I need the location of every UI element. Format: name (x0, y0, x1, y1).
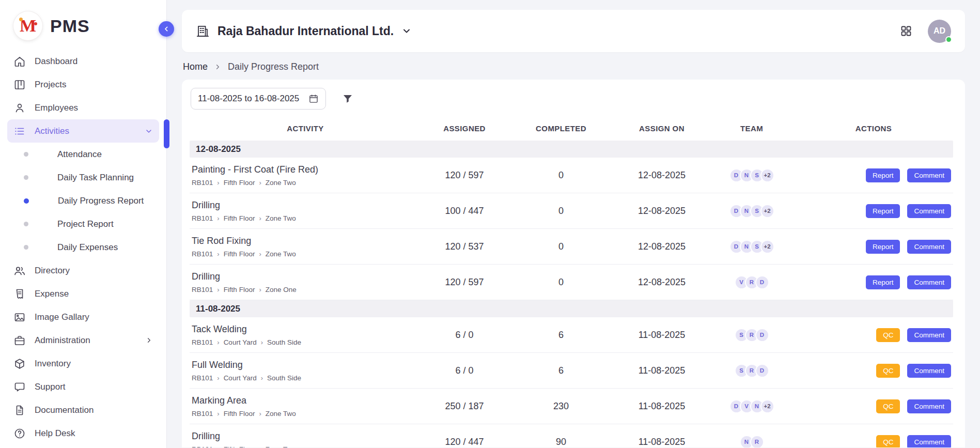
sidebar-item-projects[interactable]: Projects (7, 73, 159, 96)
person-icon (13, 102, 26, 114)
activity-path: RB101Fifth FloorZone One (192, 286, 419, 293)
help-icon (13, 427, 26, 440)
calendar-icon (308, 94, 319, 104)
filter-row: 11-08-2025 to 16-08-2025 (190, 86, 957, 116)
activity-title[interactable]: Marking Area (192, 395, 419, 406)
sidebar-item-label: Activities (35, 126, 69, 136)
chevron-right-icon (145, 336, 153, 344)
comment-button[interactable]: Comment (907, 240, 951, 254)
assign-on-value: 12-08-2025 (614, 241, 709, 252)
team-avatar[interactable]: D (755, 275, 769, 289)
team-avatar[interactable]: R (750, 435, 764, 448)
sidebar-subitem-daily-task-planning[interactable]: Daily Task Planning (7, 166, 159, 189)
sidebar-item-administration[interactable]: Administration (7, 329, 159, 352)
comment-button[interactable]: Comment (907, 204, 951, 218)
sidebar-item-label: Documentation (35, 405, 94, 415)
column-header-team: TEAM (709, 124, 794, 133)
sidebar-item-label: Projects (35, 80, 66, 90)
comment-button[interactable]: Comment (907, 168, 951, 182)
sidebar-subitem-attendance[interactable]: Attendance (7, 143, 159, 166)
sidebar-item-label: Expense (35, 289, 69, 299)
report-button[interactable]: Report (866, 240, 900, 254)
qc-button[interactable]: QC (876, 399, 900, 413)
user-avatar[interactable]: AD (928, 20, 951, 43)
sidebar-subitem-project-report[interactable]: Project Report (7, 212, 159, 236)
sidebar-item-label: Administration (35, 335, 90, 346)
breadcrumb: Home Daily Progress Report (183, 61, 964, 72)
list-icon (13, 125, 26, 137)
sidebar-item-inventory[interactable]: Inventory (7, 352, 159, 375)
team-avatars: NR (709, 435, 794, 448)
briefcase-icon (13, 334, 26, 347)
sidebar-item-documentation[interactable]: Documentation (7, 398, 159, 422)
activity-title[interactable]: Painting - First Coat (Fire Red) (192, 164, 419, 175)
qc-button[interactable]: QC (876, 328, 900, 342)
sidebar-item-dashboard[interactable]: Dashboard (7, 50, 159, 73)
completed-value: 90 (508, 437, 614, 447)
assign-on-value: 12-08-2025 (614, 206, 709, 217)
filter-icon[interactable] (341, 92, 354, 105)
team-avatars: SRD (709, 328, 794, 342)
comment-button[interactable]: Comment (907, 399, 951, 413)
bullet-icon (24, 175, 28, 180)
table-row: Painting - First Coat (Fire Red) RB101Fi… (190, 158, 953, 193)
activity-title[interactable]: Drilling (192, 271, 419, 282)
team-avatar-more[interactable]: +2 (760, 204, 774, 218)
team-avatar-more[interactable]: +2 (760, 399, 774, 413)
chevron-down-icon (145, 127, 153, 135)
sidebar-item-directory[interactable]: Directory (7, 259, 159, 282)
column-header-assigned: ASSIGNED (421, 124, 508, 133)
table-row: Full Welding RB101Court YardSouth Side 6… (190, 353, 953, 389)
comment-button[interactable]: Comment (907, 364, 951, 378)
team-avatar[interactable]: D (755, 364, 769, 378)
sidebar-subitem-label: Attendance (57, 149, 102, 160)
table-header-row: ACTIVITY ASSIGNED COMPLETED ASSIGN ON TE… (190, 116, 953, 141)
assign-on-value: 11-08-2025 (614, 330, 709, 341)
completed-value: 230 (508, 401, 614, 412)
app-title: PMS (50, 16, 90, 36)
breadcrumb-home[interactable]: Home (183, 61, 208, 72)
comment-button[interactable]: Comment (907, 275, 951, 289)
completed-value: 0 (508, 170, 614, 181)
sidebar-item-expense[interactable]: Expense (7, 282, 159, 305)
sidebar-subitem-daily-progress-report[interactable]: Daily Progress Report (7, 189, 159, 212)
table-row: Drilling RB101Fifth FloorZone One 120 / … (190, 265, 953, 300)
sidebar-item-label: Image Gallary (35, 312, 89, 322)
sidebar-subitem-daily-expenses[interactable]: Daily Expenses (7, 236, 159, 259)
assigned-value: 250 / 187 (421, 401, 508, 412)
date-range-input[interactable]: 11-08-2025 to 16-08-2025 (191, 88, 326, 110)
report-button[interactable]: Report (866, 275, 900, 289)
sidebar-item-support[interactable]: Support (7, 375, 159, 398)
sidebar-menu: Dashboard Projects Employees Activities … (0, 47, 166, 445)
sidebar-item-activities[interactable]: Activities (7, 119, 159, 143)
column-header-actions: ACTIONS (794, 124, 953, 133)
logo-dot (19, 18, 23, 21)
apps-grid-button[interactable] (900, 25, 912, 37)
header-actions: AD (900, 20, 951, 43)
sidebar-item-employees[interactable]: Employees (7, 96, 159, 119)
sidebar-collapse-button[interactable] (159, 21, 174, 37)
qc-button[interactable]: QC (876, 435, 900, 448)
activity-title[interactable]: Tack Welding (192, 324, 419, 335)
activity-path: RB101Fifth FloorZone Two (192, 214, 419, 222)
activity-title[interactable]: Drilling (192, 431, 419, 442)
grid-icon (900, 25, 912, 37)
team-avatar-more[interactable]: +2 (760, 168, 774, 182)
assigned-value: 6 / 0 (421, 365, 508, 376)
company-selector[interactable]: Raja Bahadur International Ltd. (196, 24, 412, 38)
qc-button[interactable]: QC (876, 364, 900, 378)
sidebar-item-image-gallary[interactable]: Image Gallary (7, 305, 159, 329)
sidebar-item-help-desk[interactable]: Help Desk (7, 422, 159, 445)
team-avatar[interactable]: D (755, 328, 769, 342)
comment-button[interactable]: Comment (907, 435, 951, 448)
chat-icon (13, 381, 26, 393)
gallery-icon (13, 311, 26, 323)
activity-title[interactable]: Drilling (192, 200, 419, 211)
team-avatar-more[interactable]: +2 (760, 240, 774, 254)
activity-path: RB101Fifth FloorZone Two (192, 179, 419, 187)
activity-title[interactable]: Full Welding (192, 360, 419, 370)
report-button[interactable]: Report (866, 204, 900, 218)
comment-button[interactable]: Comment (907, 328, 951, 342)
activity-title[interactable]: Tie Rod Fixing (192, 236, 419, 246)
report-button[interactable]: Report (866, 168, 900, 182)
